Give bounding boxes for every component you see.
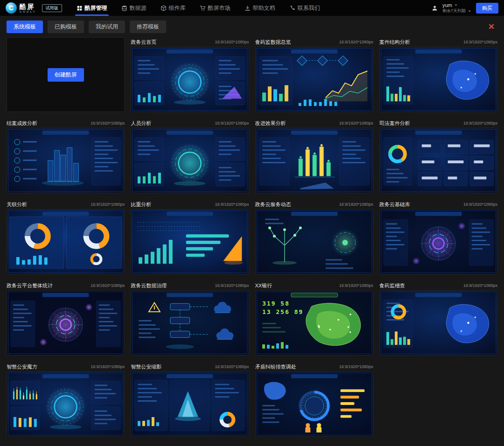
- template-card-17[interactable]: 智慧公安缩影 16:9/1920*1080px: [131, 362, 249, 437]
- template-thumbnail[interactable]: [255, 128, 373, 193]
- template-size-label: 16:9/1920*1080px: [463, 283, 497, 288]
- template-thumbnail[interactable]: [7, 209, 125, 274]
- nav-item-screen-market[interactable]: 酷屏市场: [193, 0, 238, 16]
- template-card-15[interactable]: 食药监稽查 16:9/1920*1080px: [379, 281, 497, 355]
- nav-item-help-doc[interactable]: 帮助文档: [238, 0, 282, 16]
- create-screen-button[interactable]: 创建酷屏: [48, 68, 84, 82]
- template-title: 政务云数据治理: [131, 282, 167, 289]
- template-size-label: 16:9/1920*1080px: [215, 121, 249, 125]
- template-title: 政务云首页: [131, 39, 156, 46]
- template-size-label: 16:9/1920*1080px: [339, 40, 373, 44]
- template-thumbnail[interactable]: [255, 209, 373, 274]
- template-size-label: 16:9/1920*1080px: [215, 202, 249, 207]
- template-size-label: 16:9/1920*1080px: [339, 121, 373, 125]
- template-thumbnail[interactable]: [379, 209, 497, 274]
- template-card-10[interactable]: 政务云服务动态 16:9/1920*1080px: [255, 200, 373, 274]
- template-card-13[interactable]: 政务云数据治理 16:9/1920*1080px: [131, 281, 249, 355]
- template-title: 案件结构分析: [379, 39, 410, 46]
- template-thumbnail[interactable]: [7, 290, 125, 355]
- template-size-label: 16:9/1920*1080px: [463, 202, 497, 207]
- nav-item-component-library[interactable]: 组件库: [154, 0, 193, 16]
- template-title: 智慧公安魔方: [7, 363, 37, 370]
- tab-purchased-templates[interactable]: 已购模板: [48, 21, 84, 33]
- template-card-8[interactable]: 关联分析 16:9/1920*1080px: [7, 200, 125, 274]
- template-thumbnail[interactable]: [7, 371, 125, 437]
- svg-text:13 256 89: 13 256 89: [262, 308, 303, 315]
- template-card-1[interactable]: 政务云首页 16:9/1920*1080px: [131, 37, 249, 112]
- logo-icon: C: [6, 2, 17, 14]
- user-menu[interactable]: yum 剩余7天到期: [442, 2, 471, 14]
- tab-recommended-templates[interactable]: 推荐模板: [130, 21, 166, 33]
- tab-list: 系统模板已购模板我的试用推荐模板: [7, 21, 166, 33]
- trial-version-badge: 试用版: [42, 4, 62, 12]
- template-thumbnail[interactable]: [379, 290, 497, 355]
- nav-item-contact-us[interactable]: 联系我们: [282, 0, 327, 16]
- screen-grid-icon: [77, 5, 83, 11]
- close-button[interactable]: ✕: [485, 22, 497, 32]
- template-card-6[interactable]: 改进效果分析 16:9/1920*1080px: [255, 118, 373, 193]
- app-window: C 酷屏 COOLY 试用版 酷屏管理 数据源 组件库 酷屏市场 帮助文档 联系…: [0, 0, 504, 443]
- template-size-label: 16:9/1920*1080px: [215, 364, 249, 369]
- top-navbar: C 酷屏 COOLY 试用版 酷屏管理 数据源 组件库 酷屏市场 帮助文档 联系…: [0, 0, 504, 16]
- template-card-16[interactable]: 智慧公安魔方 16:9/1920*1080px: [7, 362, 125, 437]
- nav-item-screen-manage[interactable]: 酷屏管理: [70, 0, 114, 16]
- logo-title: 酷屏: [20, 3, 36, 10]
- template-card-2[interactable]: 食药监数据总览 16:9/1920*1080px: [255, 37, 373, 112]
- template-title: 改进效果分析: [255, 120, 286, 127]
- template-size-label: 16:9/1920*1080px: [215, 40, 249, 44]
- template-size-label: 16:9/1920*1080px: [463, 121, 497, 125]
- template-thumbnail[interactable]: 319 5813 256 89: [255, 290, 373, 355]
- template-thumbnail[interactable]: [131, 371, 249, 437]
- template-card-12[interactable]: 政务云平台整体统计 16:9/1920*1080px: [7, 281, 125, 355]
- logo-subtitle: COOLY: [20, 10, 36, 13]
- template-card-9[interactable]: 比重分析 16:9/1920*1080px: [131, 200, 249, 274]
- database-icon: [121, 5, 127, 11]
- template-thumbnail[interactable]: [131, 209, 249, 274]
- template-thumbnail[interactable]: [131, 47, 249, 112]
- template-card-3[interactable]: 案件结构分析 16:9/1920*1080px: [379, 37, 497, 112]
- template-card-7[interactable]: 司法案件分析 16:9/1920*1080px: [379, 118, 497, 193]
- template-thumbnail[interactable]: [131, 290, 249, 355]
- template-thumbnail[interactable]: [255, 47, 373, 112]
- template-title: 司法案件分析: [379, 120, 410, 127]
- template-size-label: 16:9/1920*1080px: [91, 121, 125, 125]
- template-thumbnail[interactable]: [379, 128, 497, 193]
- template-size-label: 16:9/1920*1080px: [91, 283, 125, 288]
- template-size-label: 16:9/1920*1080px: [339, 283, 373, 288]
- template-title: XX银行: [255, 282, 273, 289]
- subscription-status: 剩余7天到期: [442, 8, 466, 14]
- template-grid: 创建酷屏 政务云首页 16:9/1920*1080px 食药监数据总览 16:9…: [0, 37, 504, 443]
- template-title: 政务云基础库: [379, 201, 410, 208]
- template-title: 智慧公安缩影: [131, 363, 161, 370]
- svg-text:319 58: 319 58: [262, 300, 289, 307]
- template-card-18[interactable]: 矛盾纠纷排查调处 16:9/1920*1080px: [255, 362, 373, 437]
- template-size-label: 16:9/1920*1080px: [215, 283, 249, 288]
- template-thumbnail[interactable]: [131, 128, 249, 193]
- template-title: 食药监稽查: [379, 282, 405, 289]
- user-name: yum: [442, 2, 452, 9]
- nav-item-data-source[interactable]: 数据源: [114, 0, 154, 16]
- template-size-label: 16:9/1920*1080px: [463, 40, 497, 44]
- template-thumbnail[interactable]: [379, 47, 497, 112]
- template-card-4[interactable]: 结案成效分析 16:9/1920*1080px: [7, 118, 125, 193]
- buy-button[interactable]: 购买: [476, 3, 498, 14]
- template-title: 食药监数据总览: [255, 39, 291, 46]
- template-size-label: 16:9/1920*1080px: [339, 364, 373, 369]
- template-card-5[interactable]: 人员分析 16:9/1920*1080px: [131, 118, 249, 193]
- template-size-label: 16:9/1920*1080px: [91, 202, 125, 207]
- template-title: 结案成效分析: [7, 120, 37, 127]
- template-title: 矛盾纠纷排查调处: [255, 363, 296, 370]
- tab-my-trial[interactable]: 我的试用: [89, 21, 125, 33]
- app-logo[interactable]: C 酷屏 COOLY 试用版: [6, 2, 62, 14]
- template-card-11[interactable]: 政务云基础库 16:9/1920*1080px: [379, 200, 497, 274]
- template-title: 比重分析: [131, 201, 151, 208]
- tab-system-templates[interactable]: 系统模板: [7, 21, 43, 33]
- template-card-14[interactable]: XX银行 16:9/1920*1080px 319 5813 256 89: [255, 281, 373, 355]
- template-size-label: 16:9/1920*1080px: [91, 364, 125, 369]
- create-panel: 创建酷屏: [7, 37, 125, 112]
- template-thumbnail[interactable]: [255, 371, 373, 437]
- template-tabbar: 系统模板已购模板我的试用推荐模板 ✕: [0, 16, 504, 37]
- user-area: yum 剩余7天到期 购买: [432, 2, 498, 14]
- template-thumbnail[interactable]: [7, 128, 125, 193]
- template-title: 人员分析: [131, 120, 151, 127]
